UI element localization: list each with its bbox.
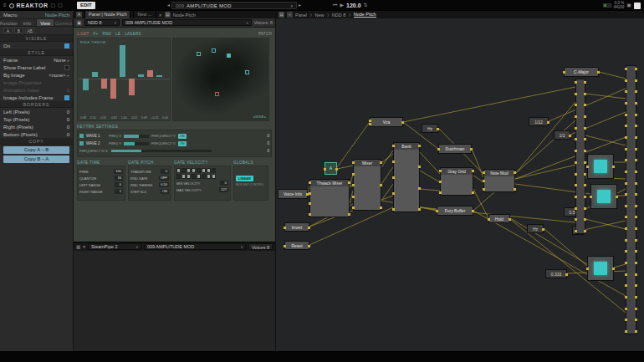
input-port[interactable] (625, 148, 627, 150)
input-port[interactable] (483, 180, 485, 182)
graph-node-voice-info[interactable]: Voice Info (278, 189, 308, 199)
output-port[interactable] (565, 273, 568, 276)
input-port[interactable] (625, 227, 627, 230)
param-value[interactable]: 0.50 (159, 182, 169, 187)
output-port[interactable] (635, 159, 637, 161)
input-port[interactable] (625, 193, 627, 196)
output-port[interactable] (470, 148, 473, 150)
param-value[interactable]: 0 (220, 181, 228, 186)
velocity-cell[interactable] (192, 168, 196, 173)
input-port[interactable] (392, 161, 395, 163)
close-tab-icon[interactable]: ✕ (159, 13, 162, 18)
graph-node-dutchman[interactable]: Dutchman (438, 144, 472, 154)
panelset-icon[interactable] (634, 3, 641, 9)
output-port[interactable] (584, 81, 586, 84)
wire[interactable] (614, 264, 626, 268)
wire[interactable] (420, 171, 440, 182)
output-port[interactable] (437, 128, 439, 130)
wire[interactable] (420, 152, 440, 174)
output-port[interactable] (584, 161, 586, 164)
input-port[interactable] (352, 196, 355, 198)
prev-doc-icon[interactable]: ◂ (167, 0, 170, 11)
graph-node-a-select[interactable]: A (325, 162, 337, 175)
output-port[interactable] (635, 182, 637, 185)
graph-node-fury-buffer[interactable]: Fury Buffer (437, 206, 473, 216)
grid-icon[interactable]: ▦ (76, 244, 80, 249)
ride-bar[interactable] (147, 70, 153, 77)
param-value[interactable]: 0 (115, 182, 123, 187)
breadcrumb-node-pitch[interactable]: Node Pitch (354, 12, 376, 18)
menu-icon[interactable]: ≡ (3, 0, 7, 11)
ride-bar[interactable] (138, 74, 144, 77)
input-port[interactable] (625, 262, 627, 264)
tab-panel-node-pitch[interactable]: Panel | Node Pitch (84, 11, 130, 18)
output-port[interactable] (635, 273, 637, 276)
ab-badge[interactable]: A (76, 12, 82, 18)
bpm-stepper-icon[interactable]: ⇅ (364, 0, 368, 11)
on-toggle[interactable]: ON (178, 141, 187, 146)
input-port[interactable] (625, 250, 627, 252)
tab-connect[interactable]: Connect (54, 19, 73, 26)
input-port[interactable] (352, 184, 355, 186)
output-port[interactable] (635, 193, 637, 196)
copy-a-to-b-button[interactable]: Copy A→B (3, 146, 69, 154)
voices-box[interactable]: Voices 8 (248, 243, 273, 250)
input-port[interactable] (392, 208, 395, 211)
input-port[interactable] (352, 161, 355, 164)
output-port[interactable] (635, 114, 637, 116)
graph-node-note-mod[interactable]: Note Mod (483, 169, 515, 192)
graph-node-mixer[interactable]: Mixer (353, 159, 381, 211)
tab-new[interactable]: New ... (133, 11, 156, 18)
play-icon[interactable]: ▶ (340, 0, 344, 11)
output-port[interactable] (635, 90, 637, 93)
engine-selector[interactable]: SteamPipe 2 ▾ (88, 243, 141, 250)
linear-badge[interactable]: LINEAR (236, 176, 253, 181)
input-port[interactable] (625, 125, 627, 127)
output-port[interactable] (635, 308, 637, 310)
wire[interactable] (381, 167, 393, 184)
output-port[interactable] (616, 196, 618, 198)
input-port[interactable] (575, 230, 577, 232)
output-port[interactable] (584, 127, 586, 130)
input-port[interactable] (437, 148, 440, 150)
graph-node-freq-display-1[interactable] (587, 154, 614, 179)
wire[interactable] (584, 221, 626, 230)
output-port[interactable] (612, 268, 615, 270)
graph-node-const-0333[interactable]: 0.333 (545, 269, 567, 278)
output-port[interactable] (635, 319, 637, 321)
output-port[interactable] (584, 104, 586, 106)
velocity-cell[interactable] (197, 168, 201, 173)
freq-meter[interactable] (124, 135, 149, 138)
velocity-cell[interactable] (207, 168, 211, 173)
input-port[interactable] (575, 161, 577, 164)
teal-node-handle[interactable] (245, 70, 249, 74)
graph-node-hz-2[interactable]: Hz (527, 224, 544, 233)
teal-node-handle[interactable] (227, 54, 231, 58)
node-graph[interactable]: Voice InfoThwack MixerInvertResetAVcaMix… (276, 18, 644, 351)
param-value[interactable]: ON (161, 189, 169, 194)
input-port[interactable] (392, 176, 395, 179)
output-port[interactable] (584, 93, 586, 95)
output-port[interactable] (635, 79, 637, 82)
midi-icon[interactable]: ▣ (626, 0, 631, 11)
breadcrumb-new[interactable]: New (314, 13, 324, 18)
output-port[interactable] (472, 191, 474, 194)
output-port[interactable] (635, 148, 637, 150)
input-port[interactable] (575, 196, 577, 198)
graph-node-const-half[interactable]: 1/2 (554, 130, 570, 140)
input-port[interactable] (575, 173, 577, 176)
output-port[interactable] (635, 239, 637, 242)
document-selector[interactable]: 009 AMPLITUDE MOD ▾ (171, 2, 297, 9)
border-left-value[interactable]: 0 (67, 110, 69, 115)
graph-node-vca[interactable]: Vca (370, 117, 403, 127)
input-port[interactable] (575, 81, 577, 84)
border-top-value[interactable]: 0 (67, 117, 69, 122)
next-doc-icon[interactable]: ▸ (299, 0, 301, 11)
output-port[interactable] (380, 161, 382, 164)
wire[interactable] (420, 189, 440, 191)
tab-function[interactable]: Function (0, 19, 18, 26)
red-node-handle[interactable] (215, 92, 219, 96)
node-xy-pad[interactable]: ◂ NODE ▸ (172, 38, 269, 121)
input-port[interactable] (575, 138, 577, 140)
teal-node-handle[interactable] (212, 48, 216, 53)
